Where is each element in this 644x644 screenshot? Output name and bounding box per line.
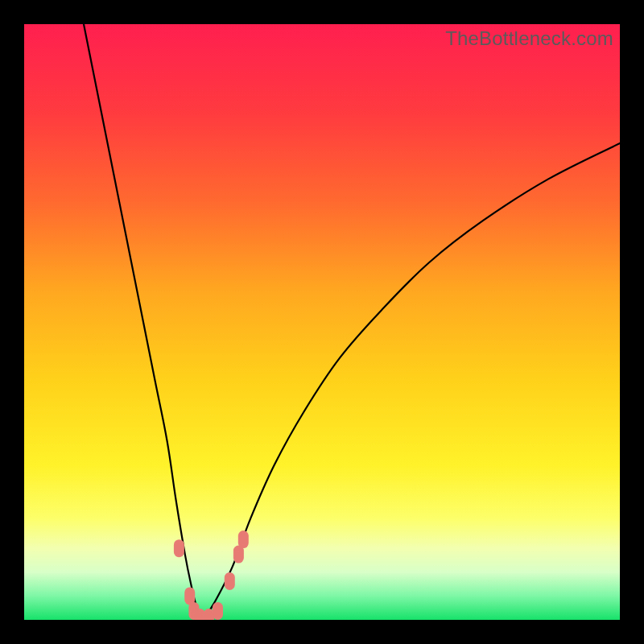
data-marker <box>174 539 184 557</box>
data-marker <box>225 572 235 590</box>
chart-frame: TheBottleneck.com <box>24 24 620 620</box>
data-marker <box>213 602 223 620</box>
watermark-text: TheBottleneck.com <box>445 27 613 50</box>
bottleneck-curve-chart <box>24 24 620 620</box>
data-marker <box>238 530 249 548</box>
data-marker <box>204 609 214 620</box>
data-marker <box>195 609 205 620</box>
gradient-background <box>24 24 620 620</box>
